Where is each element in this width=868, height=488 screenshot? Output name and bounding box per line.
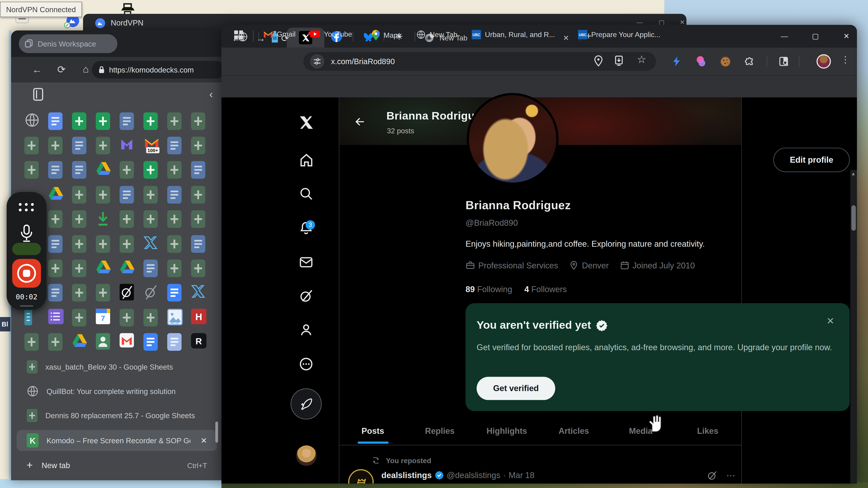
get-verified-button[interactable]: Get verified bbox=[477, 377, 555, 400]
grid-favicon-drive[interactable] bbox=[120, 260, 134, 278]
tab-panel-icon[interactable] bbox=[33, 88, 43, 101]
grid-favicon-docs-bright[interactable] bbox=[143, 333, 158, 352]
grid-favicon-docs-pale[interactable] bbox=[167, 333, 182, 352]
grid-favicon-mail-purple[interactable] bbox=[120, 137, 134, 155]
maximize-button[interactable]: ▢ bbox=[805, 29, 825, 44]
grid-favicon-sheets-dim[interactable] bbox=[48, 260, 63, 278]
grid-favicon-sheets-dim[interactable] bbox=[191, 112, 206, 130]
post-row[interactable]: 🜲 dealslistings @dealslistings · Mar 18 … bbox=[348, 469, 736, 484]
post-author-avatar[interactable]: 🜲 bbox=[348, 469, 374, 484]
bookmark-gmail[interactable]: Gmail bbox=[264, 30, 296, 38]
left-scrollbar-thumb[interactable] bbox=[215, 422, 218, 443]
grid-favicon-sheets[interactable] bbox=[143, 161, 158, 180]
grid-favicon-drive[interactable] bbox=[48, 186, 63, 204]
bookmark-maps[interactable]: Maps bbox=[372, 30, 401, 40]
grid-favicon-sheets-dim[interactable] bbox=[72, 235, 87, 253]
grid-favicon-docs-dim[interactable] bbox=[143, 260, 158, 278]
post-author-handle[interactable]: @dealslistings bbox=[447, 470, 500, 480]
grid-favicon-docs-dim[interactable] bbox=[191, 235, 206, 253]
grid-favicon-docs-dim[interactable] bbox=[48, 161, 63, 180]
sidebar-profile-icon[interactable] bbox=[299, 323, 314, 337]
grid-favicon-sheets-dim[interactable] bbox=[72, 210, 87, 229]
followers-stat[interactable]: 4 Followers bbox=[524, 285, 567, 294]
new-tab-row[interactable]: + New tab Ctrl+T bbox=[17, 454, 217, 477]
bg-minimize-button[interactable]: — bbox=[637, 19, 643, 25]
scrollbar-thumb[interactable] bbox=[851, 205, 856, 231]
grid-favicon-teal[interactable] bbox=[24, 308, 39, 327]
close-button[interactable]: ✕ bbox=[836, 29, 856, 44]
back-arrow-icon[interactable] bbox=[354, 116, 366, 128]
grid-favicon-sheets-dim[interactable] bbox=[120, 210, 134, 229]
card-close-icon[interactable]: ✕ bbox=[827, 315, 834, 327]
minimize-button[interactable]: — bbox=[774, 29, 794, 44]
grid-favicon-sheets-dim[interactable] bbox=[120, 235, 134, 253]
sidebar-profile-avatar[interactable] bbox=[296, 445, 317, 466]
grid-favicon-docs-dim[interactable] bbox=[167, 137, 182, 155]
grid-favicon-docs-dim[interactable] bbox=[191, 161, 206, 180]
extension-pink-icon[interactable] bbox=[694, 55, 708, 68]
resize-handle[interactable] bbox=[20, 305, 33, 306]
grid-favicon-sheets-dim[interactable] bbox=[96, 137, 111, 155]
scroll-up-arrow[interactable]: ▲ bbox=[851, 171, 856, 176]
grid-favicon-download[interactable] bbox=[96, 210, 111, 229]
sidebar-search-icon[interactable] bbox=[299, 186, 314, 201]
sidebar-grok-icon[interactable] bbox=[299, 289, 314, 304]
grid-favicon-sheets-dim[interactable] bbox=[167, 112, 182, 130]
bookmark-youtube[interactable]: YouTube bbox=[310, 30, 352, 38]
profile-avatar[interactable] bbox=[467, 93, 559, 185]
sidebar-messages-icon[interactable] bbox=[299, 255, 314, 270]
home-icon[interactable]: ⌂ bbox=[79, 63, 92, 76]
grid-favicon-grok-gray[interactable] bbox=[143, 284, 158, 302]
extension-cookie-icon[interactable] bbox=[719, 55, 732, 68]
grid-favicon-drive[interactable] bbox=[72, 333, 87, 352]
recent-item[interactable]: Dennis 80 replacement 25.7 - Google Shee… bbox=[17, 403, 217, 428]
stop-record-button[interactable] bbox=[12, 259, 41, 288]
grid-favicon-sheets-dim[interactable] bbox=[72, 284, 87, 302]
drag-handle-dots[interactable] bbox=[19, 203, 34, 212]
back-icon[interactable]: ← bbox=[31, 63, 44, 76]
profile-tab-articles[interactable]: Articles bbox=[540, 418, 607, 445]
screen-recorder-widget[interactable]: 00:02 bbox=[6, 192, 46, 310]
bookmark-urban-rural-and-r-[interactable]: UBCUrban, Rural, and R... bbox=[472, 30, 555, 39]
grid-favicon-docs-dim[interactable] bbox=[72, 161, 87, 180]
grid-favicon-calendar[interactable]: 7 bbox=[96, 308, 111, 327]
grid-favicon-contact[interactable] bbox=[96, 333, 111, 352]
grid-favicon-sheets-dim[interactable] bbox=[24, 161, 39, 180]
collapse-chevron-icon[interactable]: ‹ bbox=[209, 88, 213, 101]
extension-bolt-icon[interactable] bbox=[670, 55, 683, 68]
reload-icon[interactable]: ⟳ bbox=[55, 63, 68, 76]
apps-grid-icon[interactable] bbox=[234, 30, 243, 40]
grid-favicon-grok-dark[interactable] bbox=[120, 284, 134, 302]
grid-favicon-sheets-dim[interactable] bbox=[48, 137, 63, 155]
recent-item[interactable]: KKomodo – Free Screen Recorder & SOP Ge✕ bbox=[17, 430, 217, 451]
grid-favicon-drive[interactable] bbox=[96, 161, 111, 180]
grid-favicon-r-dark[interactable]: R bbox=[191, 333, 206, 352]
grid-favicon-docs-dim[interactable] bbox=[48, 235, 63, 253]
grid-favicon-docs[interactable] bbox=[48, 112, 63, 130]
profile-tab-posts[interactable]: Posts bbox=[339, 418, 406, 445]
grid-favicon-gmail-badge[interactable]: 100+ bbox=[143, 137, 158, 155]
profile-tab-highlights[interactable]: Highlights bbox=[473, 418, 540, 445]
search-device-icon[interactable] bbox=[778, 55, 791, 68]
tab-close-icon[interactable]: ✕ bbox=[563, 33, 569, 42]
grid-favicon-drive[interactable] bbox=[96, 260, 111, 278]
bookmark-new-tab[interactable]: New Tab bbox=[416, 30, 458, 39]
grid-favicon-docs-dim[interactable] bbox=[167, 186, 182, 204]
browser-menu-kebab-icon[interactable]: ⋮ bbox=[839, 53, 852, 66]
grid-favicon-sheets-dim[interactable] bbox=[48, 210, 63, 229]
grid-favicon-sheets-dim[interactable] bbox=[48, 333, 63, 352]
grid-favicon-sheets-dim[interactable] bbox=[120, 308, 134, 327]
bookmark-prepare-your-applic-[interactable]: UBCPrepare Your Applic... bbox=[578, 30, 660, 39]
recent-item[interactable]: xasu_batch_Belov 30 - Google Sheets bbox=[17, 355, 217, 379]
grid-favicon-sheets-dim[interactable] bbox=[96, 186, 111, 204]
grid-favicon-sheets-dim[interactable] bbox=[72, 308, 87, 327]
extensions-puzzle-icon[interactable] bbox=[743, 55, 756, 68]
close-icon[interactable]: ✕ bbox=[198, 436, 207, 445]
grid-favicon-x-blue[interactable] bbox=[143, 235, 158, 253]
grid-favicon-sheets[interactable] bbox=[143, 112, 158, 130]
grid-favicon-globe[interactable] bbox=[24, 112, 39, 130]
site-settings-icon[interactable] bbox=[310, 54, 324, 69]
grid-favicon-sheets-dim[interactable] bbox=[191, 137, 206, 155]
grid-favicon-sheets-dim[interactable] bbox=[167, 260, 182, 278]
post-more-icon[interactable]: ⋯ bbox=[726, 470, 735, 481]
